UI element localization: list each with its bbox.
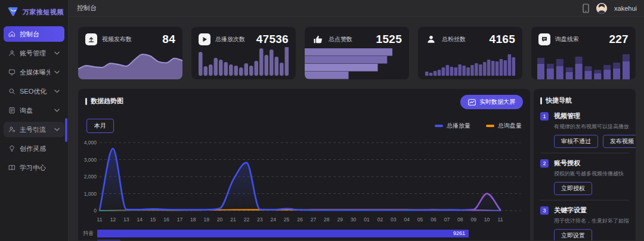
trend-line-chart[interactable]: 01,0002,0003,0004,000 111213141516171819… <box>83 139 524 230</box>
sidebar-item-3[interactable]: SEO优化 <box>4 84 64 99</box>
quick-nav-action-button[interactable]: 审核不通过 <box>554 135 598 148</box>
sidebar-item-2[interactable]: 全媒体曝光 <box>4 64 64 80</box>
legend-item-1[interactable]: 总询盘量 <box>486 122 522 130</box>
quick-nav-number-badge: 1 <box>540 112 549 120</box>
stat-sparkline-bars <box>418 47 522 79</box>
sidebar-nav: 控制台 账号管理 全媒体曝光 SEO优化 询盘 主号引流 创作灵感 学习中心 <box>0 24 68 181</box>
svg-text:24: 24 <box>270 217 276 223</box>
quick-nav-header: 快捷导航 <box>540 96 629 105</box>
home-icon <box>8 30 16 38</box>
quick-nav-item-title: 账号授权 <box>554 159 580 168</box>
sidebar-item-label: 账号管理 <box>20 49 50 58</box>
user-avatar[interactable] <box>596 3 607 14</box>
quick-nav-item-desc: 授权的账号越多视频传播越快 <box>554 170 629 178</box>
stat-card-value: 1525 <box>376 33 402 46</box>
sidebar-item-7[interactable]: 学习中心 <box>4 160 64 175</box>
quick-nav-action-button[interactable]: 立即授权 <box>554 182 592 195</box>
svg-text:10: 10 <box>484 217 490 223</box>
platform-bar-track: 9261 <box>97 230 524 237</box>
quick-nav-item-1: 2 账号授权 授权的账号越多视频传播越快 立即授权 <box>540 153 629 200</box>
quick-nav-item-title: 关键字设置 <box>554 206 587 215</box>
svg-text:17: 17 <box>177 217 183 223</box>
svg-text:0: 0 <box>94 208 97 214</box>
svg-text:09: 09 <box>470 217 476 223</box>
stat-card-value: 4165 <box>490 33 515 46</box>
fans-icon <box>425 35 437 44</box>
live-data-screen-button[interactable]: 实时数据大屏 <box>460 95 523 109</box>
svg-text:01: 01 <box>364 217 370 223</box>
stat-card-title: 总播放次数 <box>215 35 252 44</box>
live-screen-icon <box>468 99 476 106</box>
period-tab-current-month[interactable]: 本月 <box>86 119 114 133</box>
stat-card-4: 询盘线索 227 <box>531 27 636 79</box>
platform-bar-row-0: 抖音 9261 <box>83 230 524 237</box>
svg-text:02: 02 <box>377 217 383 223</box>
stat-card-3: 总粉丝数 4165 <box>418 27 522 79</box>
stat-card-title: 总点赞数 <box>329 35 371 44</box>
mobile-phone-icon[interactable] <box>583 4 589 13</box>
chevron-down-icon <box>54 51 60 55</box>
brand-name: 万家推短视频 <box>23 8 64 17</box>
legend-item-0[interactable]: 总播放量 <box>435 122 470 130</box>
stat-card-title: 视频发布数 <box>102 35 157 44</box>
sidebar-item-6[interactable]: 创作灵感 <box>4 141 64 156</box>
brand: 万家推短视频 <box>0 0 68 24</box>
svg-text:4,000: 4,000 <box>84 140 97 146</box>
svg-text:03: 03 <box>391 217 397 223</box>
quick-nav-number-badge: 3 <box>540 206 549 215</box>
legend-color-mark <box>486 125 494 127</box>
quick-nav-action-button[interactable]: 立即设置 <box>554 229 592 240</box>
stat-sparkline-stacked <box>531 50 636 79</box>
svg-text:30: 30 <box>351 217 357 223</box>
learn-icon <box>8 164 16 171</box>
svg-text:20: 20 <box>217 217 223 223</box>
play-icon <box>199 33 210 45</box>
trend-title: 数据趋势图 <box>91 97 123 106</box>
svg-text:18: 18 <box>190 217 196 223</box>
stat-card-value: 84 <box>162 33 175 46</box>
svg-text:06: 06 <box>431 217 436 223</box>
quick-nav-action-button[interactable]: 发布视频 <box>603 135 636 148</box>
platform-bar-fill: 9261 <box>97 230 469 237</box>
svg-text:2,000: 2,000 <box>84 174 97 180</box>
stat-sparkline-hbars <box>305 48 409 79</box>
svg-text:26: 26 <box>297 217 303 223</box>
publish-icon <box>85 33 97 45</box>
trend-panel: 数据趋势图 实时数据大屏 本月 总播放量 总询盘量 <box>78 89 530 240</box>
quick-nav-item-desc: 用于统计排名，生意好坏了如指掌 <box>554 217 629 225</box>
platform-bar-track <box>97 240 524 240</box>
bulb-icon <box>8 145 16 152</box>
svg-text:3,000: 3,000 <box>84 157 97 163</box>
chevron-down-icon <box>54 128 60 131</box>
sidebar-item-label: 学习中心 <box>20 163 60 172</box>
quick-nav-item-title: 视频管理 <box>554 112 580 120</box>
inquiry-icon <box>8 107 16 114</box>
sidebar-item-1[interactable]: 账号管理 <box>4 45 64 61</box>
sidebar-scrollbar-thumb[interactable] <box>65 118 67 142</box>
platform-bar-chart: 抖音 9261 <box>83 230 524 240</box>
svg-text:13: 13 <box>123 217 129 223</box>
sidebar-item-label: SEO优化 <box>20 87 50 96</box>
quick-nav-item-2: 3 关键字设置 用于统计排名，生意好坏了如指掌 立即设置 <box>540 200 629 240</box>
svg-text:29: 29 <box>337 217 343 223</box>
sidebar-item-label: 询盘 <box>20 106 50 115</box>
sidebar-item-label: 控制台 <box>20 30 60 39</box>
sidebar-item-4[interactable]: 询盘 <box>4 103 64 118</box>
username[interactable]: xakehui <box>614 5 637 12</box>
funnel-icon <box>8 126 16 133</box>
svg-text:12: 12 <box>110 217 116 223</box>
svg-text:04: 04 <box>404 217 410 223</box>
legend-color-mark <box>435 125 443 127</box>
svg-text:15: 15 <box>150 217 156 223</box>
svg-text:11: 11 <box>97 217 103 223</box>
stat-card-title: 询盘线索 <box>555 35 604 44</box>
main-column: 控制台 xakehui 视频发布数 84 总播放次数 <box>69 0 644 241</box>
sidebar-item-0[interactable]: 控制台 <box>4 26 64 42</box>
sidebar-item-label: 全媒体曝光 <box>20 68 50 77</box>
trend-controls-row: 本月 总播放量 总询盘量 <box>86 119 522 133</box>
platform-bar-label: 抖音 <box>83 230 97 237</box>
sidebar-item-5[interactable]: 主号引流 <box>4 122 64 137</box>
stat-card-title: 总粉丝数 <box>442 35 485 44</box>
sidebar: 万家推短视频 控制台 账号管理 全媒体曝光 SEO优化 询盘 主号引流 创作灵感 <box>0 0 69 241</box>
dashboard-app: 万家推短视频 控制台 账号管理 全媒体曝光 SEO优化 询盘 主号引流 创作灵感 <box>0 0 644 241</box>
